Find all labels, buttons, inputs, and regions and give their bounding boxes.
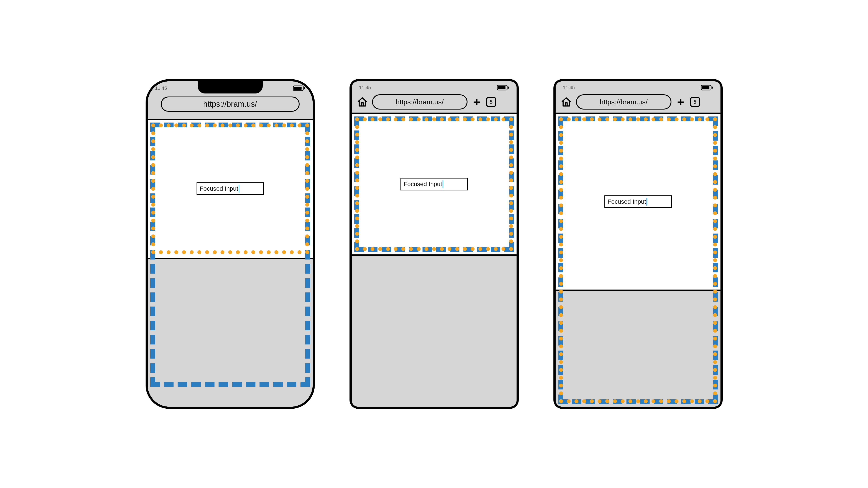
text-caret [239, 185, 239, 193]
content-area: Focused Input [148, 120, 313, 407]
svg-rect-5 [498, 86, 505, 89]
content-area: Focused Input [352, 114, 517, 407]
url-text: https://bram.us/ [203, 100, 257, 109]
home-icon[interactable] [561, 97, 572, 107]
webpage-viewport: Focused Input [556, 114, 720, 290]
status-bar: 11:45 [352, 82, 517, 92]
new-tab-icon[interactable]: + [676, 96, 686, 108]
notch [198, 80, 263, 94]
virtual-keyboard [148, 258, 313, 407]
virtual-keyboard [556, 290, 720, 407]
webpage-viewport: Focused Input [148, 120, 313, 258]
device-frame-3: 11:45 https://bram.us/+5Focused Input [553, 79, 723, 409]
input-value: Focused Input [200, 185, 238, 192]
text-caret [647, 198, 647, 206]
browser-chrome: 11:45 https://bram.us/+5 [556, 82, 720, 114]
status-time: 11:45 [359, 85, 371, 91]
address-row: https://bram.us/+5 [556, 92, 720, 112]
svg-rect-8 [702, 86, 709, 89]
focused-input[interactable]: Focused Input [604, 195, 672, 208]
battery-icon [293, 85, 305, 91]
input-value: Focused Input [404, 181, 442, 188]
address-row: https://bram.us/+5 [352, 92, 517, 112]
svg-rect-4 [508, 87, 509, 89]
status-time: 11:45 [563, 85, 575, 91]
battery-icon [497, 85, 509, 91]
url-text: https://bram.us/ [396, 98, 444, 106]
home-icon[interactable] [357, 97, 368, 107]
device-frame-1: 11:45 https://bram.us/Focused Input [146, 79, 315, 409]
address-bar[interactable]: https://bram.us/ [372, 94, 467, 109]
virtual-keyboard [352, 254, 517, 407]
input-value: Focused Input [608, 198, 646, 205]
tab-count-badge[interactable]: 5 [690, 97, 700, 107]
address-row: https://bram.us/ [148, 92, 313, 116]
svg-rect-1 [304, 87, 305, 89]
device-frame-2: 11:45 https://bram.us/+5Focused Input [349, 79, 519, 409]
url-text: https://bram.us/ [600, 98, 648, 106]
focused-input[interactable]: Focused Input [401, 178, 468, 190]
battery-icon [701, 85, 713, 91]
status-time: 11:45 [155, 86, 167, 91]
new-tab-icon[interactable]: + [472, 96, 482, 108]
text-caret [442, 180, 443, 188]
svg-rect-2 [294, 87, 302, 90]
webpage-viewport: Focused Input [352, 114, 517, 254]
svg-rect-7 [712, 87, 713, 89]
browser-chrome: 11:45 https://bram.us/+5 [352, 82, 517, 114]
status-bar: 11:45 [556, 82, 720, 92]
address-bar[interactable]: https://bram.us/ [161, 97, 300, 112]
focused-input[interactable]: Focused Input [196, 183, 264, 195]
tab-count-badge[interactable]: 5 [486, 97, 496, 107]
address-bar[interactable]: https://bram.us/ [576, 94, 672, 109]
content-area: Focused Input [556, 114, 720, 407]
